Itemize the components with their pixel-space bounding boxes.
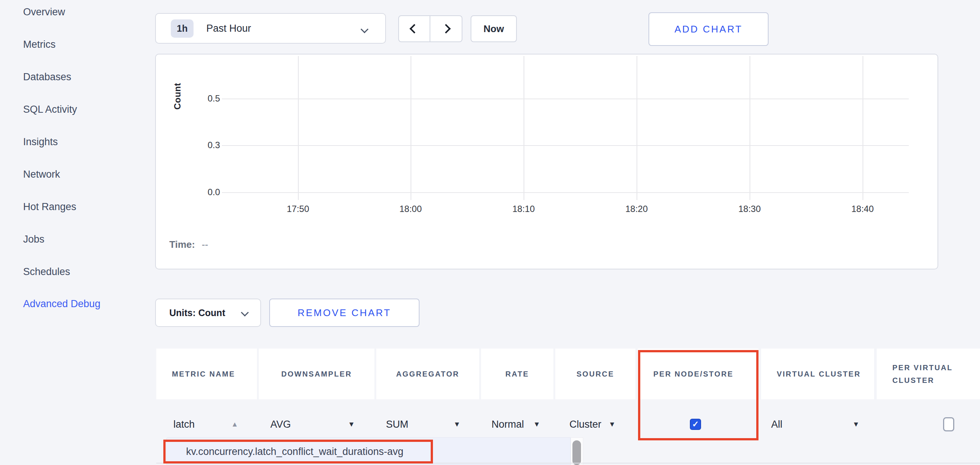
sidebar-item-insights[interactable]: Insights — [23, 136, 58, 149]
chevron-left-icon — [409, 24, 419, 33]
gridline — [222, 145, 909, 146]
metric-name-input[interactable]: latch — [173, 419, 195, 430]
x-tick-label: 18:00 — [385, 204, 437, 214]
units-select-label: Units: Count — [169, 307, 225, 318]
gridline — [222, 192, 909, 193]
time-forward-button[interactable] — [430, 15, 462, 42]
col-header-rate: RATE — [481, 348, 554, 399]
time-back-button[interactable] — [398, 15, 430, 42]
gridline — [410, 56, 411, 200]
gridline — [862, 56, 863, 200]
rate-select[interactable]: Normal — [492, 419, 524, 430]
row-divider — [156, 463, 980, 463]
y-tick-label: 0.5 — [190, 93, 220, 104]
sidebar-item-sql-activity[interactable]: SQL Activity — [23, 104, 77, 117]
gridline — [298, 56, 299, 200]
chevron-down-icon — [361, 26, 368, 33]
custom-chart-panel: Count 0.5 0.3 0.0 17:50 18:00 18:10 18:2… — [155, 54, 938, 270]
x-tick-label: 18:30 — [724, 204, 776, 214]
x-tick-label: 17:50 — [272, 204, 324, 214]
gridline — [523, 56, 524, 200]
sidebar-item-databases[interactable]: Databases — [23, 71, 71, 84]
chart-hover-time-value: -- — [202, 239, 208, 250]
aggregator-select[interactable]: SUM — [386, 419, 408, 430]
units-select[interactable]: Units: Count — [155, 299, 261, 327]
chevron-down-icon[interactable]: ▼ — [348, 420, 355, 428]
gridline — [636, 56, 637, 200]
virtual-cluster-select[interactable]: All — [771, 419, 782, 430]
time-step-controls — [398, 15, 462, 42]
sidebar: Overview Metrics Databases SQL Activity … — [0, 0, 142, 465]
sidebar-item-hot-ranges[interactable]: Hot Ranges — [23, 201, 76, 214]
downsampler-select[interactable]: AVG — [270, 419, 291, 430]
per-node-store-checkbox[interactable]: ✓ — [690, 419, 701, 430]
chart-plot-area[interactable]: 0.5 0.3 0.0 17:50 18:00 18:10 18:20 18:3… — [156, 54, 939, 270]
sidebar-item-overview[interactable]: Overview — [23, 6, 65, 19]
check-icon: ✓ — [692, 419, 699, 429]
y-tick-label: 0.0 — [190, 187, 220, 197]
metric-suggestions-dropdown: kv.concurrency.latch_conflict_wait_durat… — [166, 437, 571, 465]
add-chart-button[interactable]: ADD CHART — [649, 12, 768, 46]
col-header-metric-name: METRIC NAME — [156, 348, 257, 399]
col-header-per-node-store: PER NODE/STORE — [638, 348, 759, 399]
chevron-down-icon — [241, 308, 249, 316]
gridline — [222, 99, 909, 99]
x-tick-label: 18:40 — [837, 204, 889, 214]
chevron-down-icon[interactable]: ▼ — [853, 420, 859, 428]
x-tick-label: 18:10 — [498, 204, 550, 214]
col-header-virtual-cluster: VIRTUAL CLUSTER — [761, 348, 874, 399]
sidebar-item-schedules[interactable]: Schedules — [23, 266, 70, 279]
chevron-down-icon[interactable]: ▼ — [453, 420, 461, 428]
sort-asc-icon[interactable]: ▲ — [231, 420, 238, 428]
sidebar-item-network[interactable]: Network — [23, 169, 60, 181]
remove-chart-button[interactable]: REMOVE CHART — [269, 299, 420, 327]
col-header-downsampler: DOWNSAMPLER — [259, 348, 374, 399]
time-range-badge: 1h — [171, 19, 194, 38]
chevron-right-icon — [441, 24, 450, 33]
time-range-picker[interactable]: 1h Past Hour — [155, 13, 386, 44]
chevron-down-icon[interactable]: ▼ — [609, 420, 616, 428]
per-virtual-cluster-checkbox[interactable] — [943, 417, 954, 431]
y-tick-label: 0.3 — [190, 140, 220, 150]
dropdown-scrollbar-thumb[interactable] — [573, 440, 581, 465]
sidebar-item-metrics[interactable]: Metrics — [23, 39, 56, 51]
chart-hover-time: Time:-- — [169, 239, 208, 251]
sidebar-item-jobs[interactable]: Jobs — [23, 233, 45, 246]
col-header-per-virtual-cluster: PER VIRTUAL CLUSTER — [877, 348, 980, 399]
metric-suggestion-item[interactable]: kv.concurrency.latch_conflict_wait_durat… — [186, 446, 404, 457]
source-select[interactable]: Cluster — [570, 419, 601, 430]
chevron-down-icon[interactable]: ▼ — [533, 420, 540, 428]
gridline — [749, 56, 750, 200]
sidebar-item-advanced-debug[interactable]: Advanced Debug — [23, 298, 100, 311]
chart-hover-time-label: Time: — [169, 239, 195, 250]
now-button[interactable]: Now — [471, 15, 517, 42]
col-header-aggregator: AGGREGATOR — [376, 348, 479, 399]
time-range-label: Past Hour — [206, 23, 251, 34]
x-tick-label: 18:20 — [611, 204, 663, 214]
col-header-source: SOURCE — [555, 348, 635, 399]
